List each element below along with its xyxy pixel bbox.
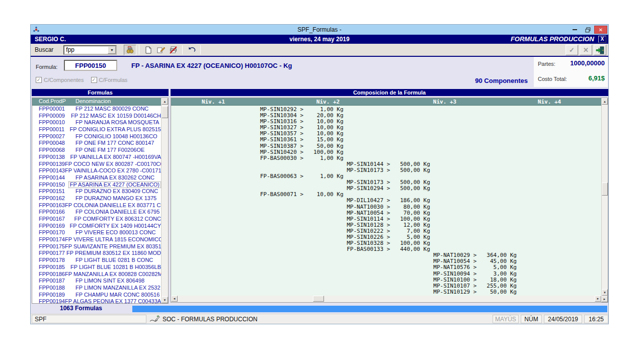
composition-header: Niv. +1 Niv. +2 Niv. +3 Niv. +4	[171, 98, 601, 106]
status-time-label: 16:25	[589, 316, 604, 323]
exit-button[interactable]	[594, 45, 606, 55]
composition-rows: MP-SIN10292 > 1,00 KgMP-SIN10304 > 20,00…	[171, 106, 601, 296]
checkbox-formulas[interactable]: ✓ C/Formulas	[91, 77, 128, 83]
combo-dropdown-button[interactable]: ▼	[108, 46, 116, 54]
partes-label: Partes:	[538, 61, 555, 67]
new-record-button[interactable]	[142, 45, 154, 55]
cancel-button[interactable]: ✕	[580, 45, 592, 55]
formulas-list-row[interactable]: FPP00010 FP NARANJA ROSA MOSQUETA	[32, 119, 161, 126]
delete-record-button[interactable]	[167, 45, 180, 55]
chevron-down-icon: ▼	[110, 48, 114, 52]
formulas-list-row[interactable]: FPP00001 FP 212 MASC 800029 CONC	[32, 106, 161, 113]
formula-code-cell: FPP00189	[32, 292, 75, 299]
formulas-list-row[interactable]: FPP00170 FP VIVERE ECO 800013 CONC	[32, 229, 161, 236]
formulas-list-row[interactable]: FPP00194 FP ALGAS PEONIA EX 1377 C00433A…	[32, 298, 161, 303]
formulas-list-row[interactable]: FPP00174 FP VIVERE ULTRA 1815 ECONOMICO	[32, 236, 161, 243]
formulas-list-row[interactable]: FPP00068 FP ONE FM 177 F00206OE	[32, 147, 161, 154]
formulas-panel-title: Formulas	[32, 89, 169, 96]
formulas-list-row[interactable]: FPP00143 FP VAINILLA-COCO EX 2780 -C0017…	[32, 167, 161, 174]
scroll-left-button[interactable]: ◄	[171, 296, 178, 302]
formulas-list-row[interactable]: FPP00163 FP COLONIA DANIELLE EX 803771 C…	[32, 202, 161, 209]
column-header-niv2: Niv. +2	[316, 99, 340, 105]
restore-button[interactable]	[581, 25, 594, 34]
composition-horizontal-scrollbar[interactable]: ◄ ►	[171, 296, 601, 302]
formula-code-field[interactable]: FPP00150	[64, 60, 117, 71]
formulas-list-row[interactable]: FPP00139 FP COCO NEW EX 800287 -C00170CO	[32, 161, 161, 168]
search-combobox[interactable]: ▼	[63, 45, 117, 55]
cancel-icon: ✕	[583, 46, 589, 54]
formulas-list-row[interactable]: FPP00162 FP DURAZNO MANGO EX 1375	[32, 195, 161, 202]
formulas-list-row[interactable]: FPP00011 FP CONIGLIO EXTRA PLUS 802515	[32, 126, 161, 133]
formulas-list-row[interactable]: FPP00175 FP SUAVIZANTE PREMIUM EX 803511	[32, 243, 161, 250]
formula-code-cell: FPP00150	[32, 182, 69, 189]
module-close-button[interactable]: X	[598, 36, 606, 43]
formula-denomination-cell: FP 212 MASC 800029 CONC	[75, 106, 148, 113]
formula-code-cell: FPP00162	[32, 195, 75, 202]
formulas-rows: FPP00001 FP 212 MASC 800029 CONC FPP0000…	[32, 106, 161, 303]
composition-row: MP-NAT10576 > 5,00 Kg	[260, 264, 601, 270]
checkbox-componentes[interactable]: ✓ C/Componentes	[36, 77, 84, 83]
formulas-list-row[interactable]: FPP00048 FP ONE FM 177 CONC 800147	[32, 140, 161, 147]
formula-denomination-cell: FP COLONIA DANIELLE EX 6795	[75, 209, 159, 216]
formula-code-cell: FPP00138	[32, 154, 70, 161]
formulas-list-row[interactable]: FPP00185 FP LIGHT BLUE 10281 B H00356LB	[32, 264, 161, 271]
scroll-corner-button[interactable]: ►	[601, 296, 608, 302]
confirm-button[interactable]: ✓	[566, 45, 578, 55]
formula-code-cell: FPP00185	[32, 264, 70, 271]
formula-code-cell: FPP00048	[32, 140, 75, 147]
scrollbar-thumb[interactable]	[313, 296, 324, 302]
formulas-list-row[interactable]: FPP00167 FP COMFORTY EX 806312 CONC	[32, 216, 161, 223]
formula-code-cell: FPP00139	[32, 161, 65, 168]
formulas-list-row[interactable]: FPP00178 FP LIGHT BLUE 0281 B CONC	[32, 257, 161, 264]
formulas-list-row[interactable]: FPP00144 FP ASARINA EX 830262 CONC	[32, 174, 161, 182]
scrollbar-thumb[interactable]	[162, 106, 168, 118]
scroll-down-button[interactable]: ▼	[602, 289, 608, 296]
search-input[interactable]	[64, 46, 107, 54]
column-header-niv4: Niv. +4	[538, 99, 561, 105]
formulas-list-row[interactable]: FPP00188 FP LIMON MANZANILLA EX 2532	[32, 285, 161, 292]
formula-code-cell: FPP00027	[32, 133, 75, 140]
checkbox-formulas-label: C/Formulas	[99, 77, 128, 83]
formula-denomination-cell: FP VAINILLA EX 800747 -H00169VA	[70, 154, 161, 161]
scroll-right-button[interactable]: ►	[595, 296, 601, 302]
composition-row: MP-SIN10107 > 255,00 Kg	[260, 283, 601, 289]
formula-denomination-cell: FP VIVERE ECO 800013 CONC	[75, 229, 155, 236]
scrollbar-thumb[interactable]	[602, 183, 608, 196]
formula-denomination-cell: FP VIVERE ULTRA 1815 ECONOMICO	[65, 236, 161, 243]
formulas-list-row[interactable]: FPP00150 FP ASARINA EX 4227 (OCEANICO)	[32, 182, 161, 189]
titlebar: SPF_Formulas - ✕	[31, 25, 608, 35]
progress-bar	[132, 306, 607, 312]
formula-code-cell: FPP00068	[32, 147, 75, 154]
formula-denomination-cell: FP SUAVIZANTE PREMIUM EX 803511	[65, 243, 161, 250]
formulas-list-row[interactable]: FPP00009 FP 212 MASC EX 10159 D00146CH	[32, 113, 161, 120]
formulas-list-row[interactable]: FPP00138 FP VAINILLA EX 800747 -H00169VA	[32, 154, 161, 161]
window-title: SPF_Formulas -	[31, 26, 608, 33]
scroll-up-button[interactable]: ▲	[162, 98, 168, 105]
scroll-down-button[interactable]: ▼	[162, 297, 168, 303]
scroll-up-button[interactable]: ▲	[602, 98, 608, 105]
app-header: SERGIO C. viernes, 24 may 2019 FORMULAS …	[31, 35, 608, 44]
formulas-vertical-scrollbar[interactable]: ▲ ▼	[161, 98, 168, 303]
formulas-list-row[interactable]: FPP00186 FP MANZANILLA EX 800828 C00282M…	[32, 271, 161, 278]
formulas-list-row[interactable]: FPP00177 FP PREMIUM 830512 EX 11860 MOD	[32, 250, 161, 257]
formula-denomination-cell: FP COLONIA DANIELLE EX 803771 CONC	[65, 202, 161, 209]
edit-record-button[interactable]	[154, 45, 167, 55]
formulas-list-row[interactable]: FPP00189 FP CHAMPU MAR CONC 800516	[32, 292, 161, 299]
minimize-button[interactable]	[568, 25, 581, 34]
formulas-list-row[interactable]: FPP00166 FP COLONIA DANIELLE EX 6795	[32, 209, 161, 216]
undo-button[interactable]	[185, 45, 198, 55]
formulas-list-row[interactable]: FPP00027 FP CONIGLIO 10048 H00136CO	[32, 133, 161, 140]
search-button[interactable]	[124, 45, 136, 55]
formulas-list-row[interactable]: FPP00151 FP DURAZNO EX 830409 CONC	[32, 188, 161, 195]
formulas-list-row[interactable]: FPP00187 FP LIMON SINT EX 806498	[32, 278, 161, 285]
signature-icon	[149, 315, 160, 323]
composition-vertical-scrollbar[interactable]: ▲ ▼	[601, 98, 608, 296]
formula-code-cell: FPP00186	[32, 271, 65, 278]
column-header-niv3: Niv. +3	[433, 99, 456, 105]
componentes-count: 90 Componentes	[475, 77, 528, 84]
close-button[interactable]: ✕	[594, 26, 607, 34]
formulas-list-row[interactable]: FPP00169 FP COMFORTY EX 1409 H00144CY	[32, 223, 161, 230]
status-app-name: SPF	[35, 316, 46, 323]
num-lock-indicator: NÚM	[521, 315, 542, 323]
composition-row: MP-SIN10420 > 100,00 Kg	[260, 149, 601, 155]
